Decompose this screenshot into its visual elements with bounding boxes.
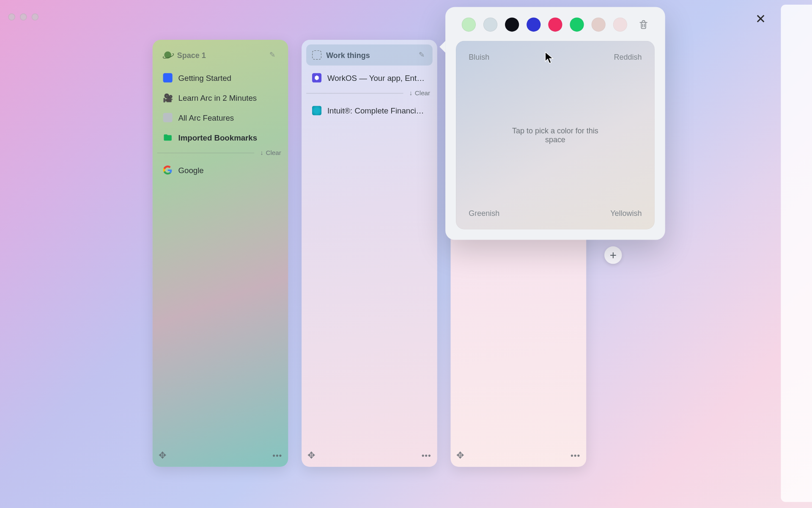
- trash-icon[interactable]: [638, 19, 649, 30]
- item-label: WorkOS — Your app, Ente…: [327, 73, 427, 82]
- list-item[interactable]: Google: [157, 160, 284, 180]
- move-icon[interactable]: ✥: [456, 450, 463, 461]
- swatch-fog[interactable]: [483, 17, 497, 31]
- close-dot[interactable]: [8, 14, 15, 21]
- swatch-row: [456, 17, 655, 41]
- item-label: Google: [178, 166, 204, 175]
- intuit-icon: [312, 106, 321, 115]
- space-title: Space 1: [177, 51, 265, 60]
- blue-square-icon: [163, 73, 173, 83]
- workos-icon: [312, 73, 321, 83]
- swatch-black[interactable]: [505, 17, 519, 31]
- item-label: Imported Bookmarks: [178, 133, 258, 142]
- corner-reddish: Reddish: [614, 52, 642, 61]
- list-item[interactable]: All Arc Features: [157, 108, 284, 127]
- clear-divider[interactable]: ↓ Clear: [157, 147, 284, 158]
- space-card-2[interactable]: Work things ✎ WorkOS — Your app, Ente… ↓…: [302, 40, 437, 467]
- folder-icon: [163, 133, 173, 142]
- more-icon[interactable]: •••: [571, 451, 580, 460]
- move-icon[interactable]: ✥: [307, 450, 314, 461]
- item-label: Getting Started: [178, 73, 232, 82]
- minimize-dot[interactable]: [20, 14, 27, 21]
- google-icon: [163, 166, 173, 175]
- swatch-blush[interactable]: [613, 17, 627, 31]
- open-list: Google: [157, 160, 284, 180]
- gray-square-icon: [163, 113, 173, 122]
- clear-label: Clear: [415, 89, 430, 97]
- list-item[interactable]: Imported Bookmarks: [157, 127, 284, 147]
- list-item[interactable]: Getting Started: [157, 68, 284, 88]
- space-title: Work things: [326, 51, 414, 60]
- clear-label: Clear: [266, 149, 281, 156]
- download-icon: ↓: [409, 89, 413, 97]
- corner-greenish: Greenish: [469, 209, 499, 218]
- swatch-mint[interactable]: [462, 17, 476, 31]
- swatch-pink[interactable]: [548, 17, 562, 31]
- swatch-blue[interactable]: [527, 17, 540, 31]
- color-picker-popover: Bluish Reddish Greenish Yellowish Tap to…: [445, 7, 665, 240]
- item-label: All Arc Features: [178, 113, 234, 122]
- corner-bluish: Bluish: [469, 52, 489, 61]
- pinned-list: WorkOS — Your app, Ente…: [306, 68, 433, 88]
- move-icon[interactable]: ✥: [159, 450, 165, 461]
- item-label: Learn Arc in 2 Minutes: [178, 93, 257, 102]
- space-card-1[interactable]: Space 1 ✎ Getting Started 🎥 Learn Arc in…: [153, 40, 288, 467]
- edit-icon[interactable]: ✎: [419, 51, 427, 59]
- corner-yellowish: Yellowish: [610, 209, 642, 218]
- list-item[interactable]: 🎥 Learn Arc in 2 Minutes: [157, 88, 284, 108]
- zoom-dot[interactable]: [32, 14, 39, 21]
- swatch-rose[interactable]: [592, 17, 606, 31]
- item-label: Intuit®: Complete Financi…: [327, 106, 424, 115]
- space-header[interactable]: Work things ✎: [306, 44, 433, 66]
- picker-hint: Tap to pick a color for this space: [505, 127, 605, 144]
- planet-icon: [163, 50, 173, 60]
- right-side-panel: [781, 5, 812, 502]
- clear-divider[interactable]: ↓ Clear: [306, 88, 433, 98]
- space-header[interactable]: Space 1 ✎: [157, 44, 284, 66]
- pinned-list: Getting Started 🎥 Learn Arc in 2 Minutes…: [157, 68, 284, 147]
- list-item[interactable]: Intuit®: Complete Financi…: [306, 101, 433, 121]
- close-button[interactable]: ✕: [755, 12, 766, 27]
- add-space-button[interactable]: +: [604, 246, 622, 264]
- dashed-square-icon: [312, 50, 321, 60]
- camera-icon: 🎥: [163, 93, 173, 102]
- edit-icon[interactable]: ✎: [269, 51, 277, 59]
- swatch-green[interactable]: [570, 17, 584, 31]
- download-icon: ↓: [260, 149, 263, 156]
- list-item[interactable]: WorkOS — Your app, Ente…: [306, 68, 433, 88]
- more-icon[interactable]: •••: [272, 451, 282, 460]
- color-picker-pad[interactable]: Bluish Reddish Greenish Yellowish Tap to…: [456, 41, 655, 229]
- window-traffic-lights[interactable]: [8, 14, 38, 21]
- open-list: Intuit®: Complete Financi…: [306, 101, 433, 121]
- more-icon[interactable]: •••: [422, 451, 431, 460]
